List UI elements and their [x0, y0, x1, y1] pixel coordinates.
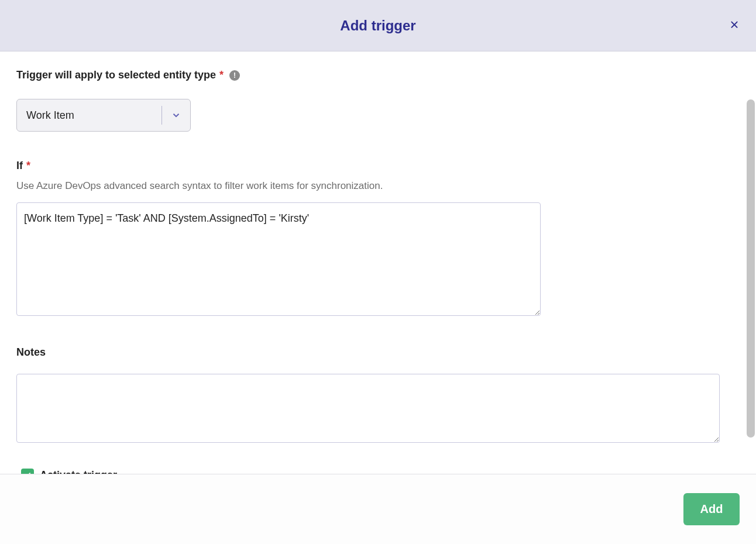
if-label-text: If [16, 160, 23, 172]
required-indicator: * [26, 160, 30, 172]
if-field-group: If* Use Azure DevOps advanced search syn… [16, 160, 740, 318]
entity-type-value: Work Item [17, 109, 161, 122]
activate-trigger-checkbox[interactable] [21, 469, 34, 474]
modal-footer: Add [0, 474, 756, 544]
modal-body: Trigger will apply to selected entity ty… [0, 51, 756, 474]
info-icon[interactable]: ! [229, 70, 240, 81]
notes-label-text: Notes [16, 346, 46, 359]
close-icon [729, 23, 740, 32]
if-label: If* [16, 160, 30, 172]
notes-label: Notes [16, 346, 46, 359]
activate-trigger-row: Activate trigger [16, 469, 740, 474]
entity-type-field-group: Trigger will apply to selected entity ty… [16, 69, 740, 132]
modal-header: Add trigger [0, 0, 756, 51]
notes-input[interactable] [16, 374, 720, 443]
add-button[interactable]: Add [683, 493, 740, 525]
activate-trigger-label: Activate trigger [40, 469, 117, 474]
scrollbar-thumb[interactable] [747, 99, 755, 438]
entity-type-label: Trigger will apply to selected entity ty… [16, 69, 240, 81]
chevron-down-icon [162, 110, 190, 120]
if-condition-input[interactable] [16, 202, 541, 316]
close-button[interactable] [724, 15, 744, 36]
required-indicator: * [219, 69, 224, 81]
modal-title: Add trigger [340, 18, 415, 34]
entity-type-label-text: Trigger will apply to selected entity ty… [16, 69, 216, 81]
notes-field-group: Notes [16, 346, 740, 445]
if-helper-text: Use Azure DevOps advanced search syntax … [16, 180, 740, 192]
entity-type-select[interactable]: Work Item [16, 99, 191, 132]
